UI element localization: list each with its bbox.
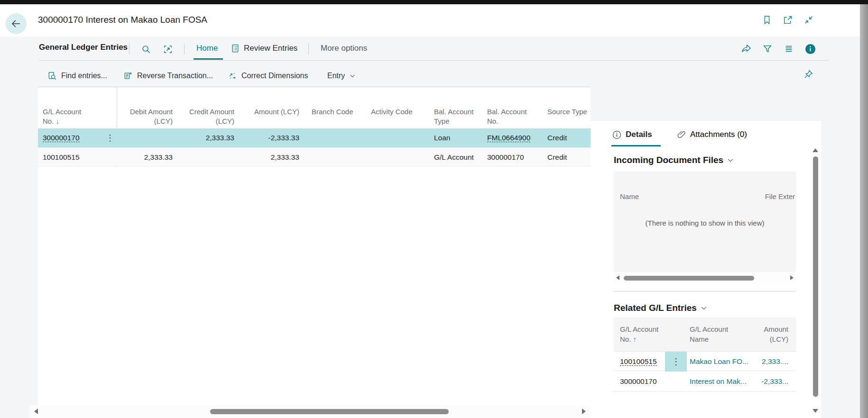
back-button[interactable]	[6, 13, 27, 34]
bal-account-type-cell: G/L Account	[434, 148, 474, 167]
correct-dimensions-button[interactable]: Correct Dimensions	[228, 69, 308, 83]
column-header-amount: Amount(LCY)	[741, 324, 788, 344]
tab-attachments[interactable]: Attachments (0)	[677, 130, 747, 139]
incoming-document-files-panel: Name File Exter (There is nothing to sho…	[614, 172, 796, 272]
choose-view-icon[interactable]	[783, 43, 794, 55]
review-entries-icon	[231, 44, 240, 53]
source-type-cell: Credit	[547, 148, 567, 167]
page-title: 300000170 Interest on Makao Loan FOSA	[38, 15, 207, 25]
collapse-icon[interactable]	[803, 14, 815, 26]
tab-details-label: Details	[626, 130, 652, 139]
reverse-transaction-icon	[123, 71, 133, 81]
column-header-credit-amount[interactable]: Credit Amount(LCY)	[175, 107, 234, 129]
credit-amount-cell: 2,333.33	[175, 128, 234, 147]
vertical-scroll-thumb[interactable]	[813, 156, 818, 397]
correct-dimensions-icon	[228, 71, 237, 81]
column-header-bal-account-no[interactable]: Bal. AccountNo.	[487, 107, 543, 129]
related-gl-entries-title: Related G/L Entries	[614, 303, 697, 313]
command-bar: General Ledger Entries Home Review Entri…	[0, 36, 860, 87]
empty-list-message: (There is nothing to show in this view)	[614, 219, 796, 227]
chevron-down-icon	[727, 156, 734, 164]
amount-cell: 2,333.33	[240, 148, 299, 167]
factbox-horizontal-scrollbar[interactable]	[614, 272, 796, 284]
row-menu-icon[interactable]: ⋮	[672, 356, 680, 367]
analysis-mode-icon[interactable]	[162, 44, 174, 55]
scroll-right-icon[interactable]	[582, 409, 586, 414]
amount-link[interactable]: 2,333....	[741, 352, 788, 372]
reverse-transaction-label: Reverse Transaction...	[137, 72, 213, 80]
incoming-document-files-title: Incoming Document Files	[614, 155, 723, 165]
factbox-pane: Details Attachments (0) Incoming Documen…	[591, 121, 821, 418]
horizontal-scroll-thumb[interactable]	[210, 409, 449, 414]
scroll-right-icon[interactable]	[790, 275, 794, 280]
gl-account-name-link[interactable]: Makao Loan FO...	[690, 352, 748, 372]
amount-link[interactable]: -2,333...	[741, 372, 788, 391]
list-caption: General Ledger Entries	[39, 43, 128, 52]
info-outline-icon	[612, 130, 621, 139]
entry-menu-button[interactable]: Entry	[327, 69, 356, 83]
grid-row: 100100515 2,333.33 2,333.33 G/L Account …	[38, 147, 591, 166]
grid-row-selected: 300000170 ⋮ 2,333.33 -2,333.33 Loan FML0…	[38, 128, 591, 147]
debit-amount-cell: 2,333.33	[114, 148, 173, 167]
separator	[308, 43, 309, 55]
active-factbox-tab-underline	[611, 145, 661, 146]
scroll-left-icon[interactable]	[616, 275, 619, 280]
gl-account-no-link[interactable]: 100100515	[620, 357, 657, 366]
scroll-left-icon[interactable]	[34, 409, 38, 414]
tab-review-entries[interactable]: Review Entries	[231, 44, 297, 53]
gl-account-no-cell[interactable]: 300000170	[620, 372, 657, 391]
source-type-cell: Credit	[547, 128, 567, 147]
chevron-down-icon	[349, 73, 356, 79]
gl-account-name-link[interactable]: Interest on Mak...	[690, 372, 747, 391]
share-icon[interactable]	[740, 43, 752, 55]
filter-icon[interactable]	[762, 43, 773, 55]
app-window: 300000170 Interest on Makao Loan FOSA Ge…	[0, 0, 868, 418]
bal-account-no-link[interactable]: FML0664900	[487, 134, 530, 142]
column-header-gl-account-name: G/L AccountName	[690, 324, 728, 344]
paperclip-icon	[677, 130, 686, 139]
top-strip	[0, 0, 868, 4]
column-header-gl-account-no: G/L AccountNo. ↑	[620, 324, 658, 344]
find-entries-button[interactable]: Find entries...	[47, 69, 107, 83]
active-tab-underline	[194, 58, 223, 60]
column-header-source-type[interactable]: Source Type	[547, 107, 590, 129]
column-header-name: Name	[620, 192, 639, 200]
open-in-new-window-icon[interactable]	[782, 14, 794, 26]
separator	[129, 43, 129, 55]
row-menu-icon[interactable]: ⋮	[104, 128, 116, 147]
related-gl-entries-heading[interactable]: Related G/L Entries	[614, 303, 708, 313]
pin-icon[interactable]	[803, 68, 814, 80]
column-header-file-extension: File Exter	[765, 192, 795, 200]
search-icon[interactable]	[140, 44, 152, 55]
bal-account-no-cell: 300000170	[487, 148, 524, 167]
caption-divider	[39, 60, 829, 61]
tab-home[interactable]: Home	[196, 44, 218, 53]
page-header: 300000170 Interest on Makao Loan FOSA	[0, 4, 860, 36]
incoming-document-files-heading[interactable]: Incoming Document Files	[614, 155, 734, 165]
window-edge	[860, 0, 868, 418]
grid-horizontal-scrollbar[interactable]	[29, 405, 591, 418]
column-header-gl-account-no[interactable]: G/L AccountNo. ↓	[43, 107, 109, 129]
scroll-up-icon[interactable]	[813, 148, 818, 152]
bookmark-icon[interactable]	[761, 14, 773, 26]
related-entry-row-selected: 100100515 ⋮ Makao Loan FO... 2,333....	[614, 351, 796, 371]
gl-account-no-cell[interactable]: 100100515	[43, 148, 80, 167]
find-entries-label: Find entries...	[61, 72, 107, 80]
column-header-debit-amount[interactable]: Debit Amount(LCY)	[114, 107, 173, 129]
more-options-button[interactable]: More options	[321, 44, 367, 53]
related-gl-entries-header: G/L AccountNo. ↑ G/L AccountName Amount(…	[614, 318, 796, 351]
column-header-branch-code[interactable]: Branch Code	[312, 107, 364, 129]
column-header-activity-code[interactable]: Activity Code	[371, 107, 423, 129]
correct-dimensions-label: Correct Dimensions	[241, 72, 308, 80]
horizontal-scroll-thumb[interactable]	[624, 276, 754, 281]
amount-cell: -2,333.33	[240, 128, 299, 147]
entry-menu-label: Entry	[327, 72, 345, 80]
gl-account-no-link[interactable]: 300000170	[43, 134, 80, 142]
bal-account-type-cell: Loan	[434, 128, 450, 147]
tab-details[interactable]: Details	[612, 130, 652, 139]
reverse-transaction-button[interactable]: Reverse Transaction...	[123, 69, 213, 83]
column-header-bal-account-type[interactable]: Bal. AccountType	[434, 107, 485, 129]
scroll-down-icon[interactable]	[813, 409, 818, 413]
column-header-amount[interactable]: Amount (LCY)	[240, 107, 299, 129]
info-icon[interactable]	[804, 43, 816, 55]
